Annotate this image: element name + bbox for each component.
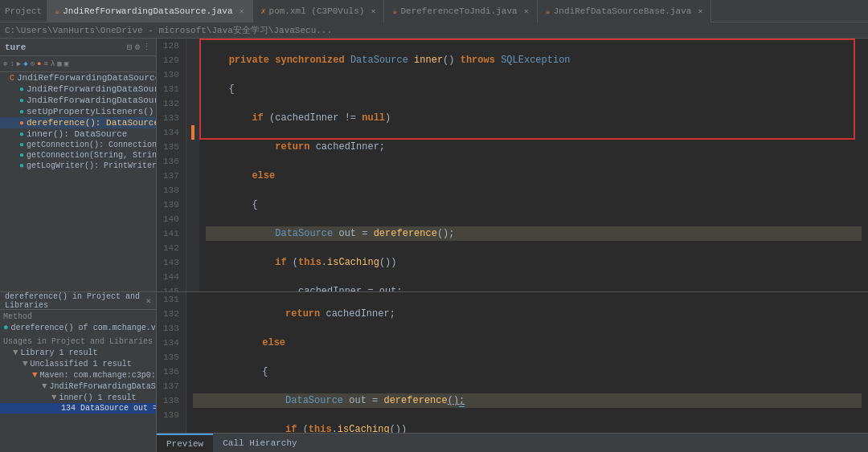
structure-toolbar: ⊕ ↕ ▶ ◆ ⊙ ● ≡ λ ▦ ▣ — [0, 56, 156, 72]
bottom-line-numbers: 131 132 133 134 135 136 137 138 139 — [157, 292, 186, 433]
code-area[interactable]: 128 129 130 131 132 133 134 135 136 137 … — [157, 39, 868, 291]
project-label: Project — [0, 0, 47, 22]
main-layout: ture ⊟ ⚙ ⋮ ⊕ ↕ ▶ ◆ ⊙ ● ≡ λ ▦ ▣ C JndiR — [0, 39, 868, 291]
class-icon: C — [10, 74, 14, 83]
bottom-line-131: return cachedInner; — [193, 307, 862, 321]
java-icon: ☕ — [546, 6, 551, 16]
active-line-label: 134 DataSource out = dereference(); — [61, 404, 156, 413]
item-label: JndiRefForwardingDataSource(boolean) — [27, 96, 156, 105]
java-icon: ☕ — [55, 6, 59, 16]
breadcrumb: C:\Users\VanHurts\OneDrive - microsoft\J… — [0, 22, 868, 39]
code-line-136: cachedInner = out; — [206, 284, 862, 291]
class-label: JndiRefForwardingDataSource 1 result — [50, 382, 156, 391]
tab-pom[interactable]: ✗ pom.xml (C3P0Vuls) ✕ — [253, 0, 385, 22]
code-line-131: return cachedInner; — [206, 140, 862, 154]
structure-item-getlog[interactable]: ● getLogWriter(): PrintWriter †CommonDat… — [0, 161, 156, 171]
toolbar-icon-5[interactable]: ⊙ — [31, 59, 35, 68]
maven-label: Maven: com.mchange:c3p0:0.9.5.2 1 result — [40, 371, 156, 380]
item-label: setUpPropertyListeners(): void — [27, 107, 156, 116]
more-icon[interactable]: ⋮ — [142, 42, 151, 52]
tab-label: DereferenceToJndi.java — [400, 6, 517, 16]
method-icon: ● — [19, 130, 24, 139]
code-line-130: if (cachedInner != null) — [206, 111, 862, 125]
bottom-line-135: if (this.isCaching()) — [193, 422, 862, 433]
tab-label: JndiRefDataSourceBase.java — [554, 6, 692, 16]
structure-item-setup[interactable]: ● setUpPropertyListeners(): void — [0, 106, 156, 117]
method-icon: ● — [19, 151, 24, 160]
code-line-129: { — [206, 82, 862, 96]
code-line-134: DataSource out = dereference(); — [206, 226, 862, 241]
toolbar-icon-3[interactable]: ▶ — [17, 59, 21, 68]
library-label: Library 1 result — [21, 348, 98, 357]
line-markers — [186, 39, 199, 291]
toolbar-icon-6[interactable]: ● — [37, 60, 41, 68]
item-label: getLogWriter(): PrintWriter †CommonDataS… — [27, 161, 156, 170]
method-icon: ● — [3, 323, 9, 332]
structure-item-inner[interactable]: ● inner(): DataSource — [0, 128, 156, 140]
settings-icon[interactable]: ⚙ — [134, 42, 140, 52]
method-icon: ● — [19, 108, 24, 116]
structure-item-getconn1[interactable]: ● getConnection(): Connection †DataSourc… — [0, 140, 156, 150]
tab-jndi-ref[interactable]: ☕ JndiRefForwardingDataSource.java ✕ — [47, 0, 252, 22]
tab-jndi-base[interactable]: ☕ JndiRefDataSourceBase.java ✕ — [538, 0, 712, 22]
bottom-left-panel: dereference() in Project and Libraries ✕… — [0, 292, 157, 452]
structure-panel-header: ture ⊟ ⚙ ⋮ — [0, 39, 156, 56]
structure-item-getconn2[interactable]: ● getConnection(String, String): Connect… — [0, 150, 156, 161]
usages-unclassified[interactable]: ▼ Unclassified 1 result — [0, 358, 156, 369]
tab-deref[interactable]: ☕ DereferenceToJndi.java ✕ — [384, 0, 537, 22]
window-title: Project — [5, 6, 42, 16]
item-label: inner(): DataSource — [27, 129, 127, 139]
usages-library[interactable]: ▼ Library 1 result — [0, 347, 156, 358]
bottom-tab-bar: Preview Call Hierarchy — [157, 433, 868, 452]
tab-call-hierarchy[interactable]: Call Hierarchy — [213, 434, 306, 453]
method-icon: ● — [19, 161, 24, 170]
code-content[interactable]: private synchronized DataSource inner() … — [199, 39, 868, 291]
bottom-code-content: return cachedInner; else { DataSource ou… — [186, 292, 868, 433]
close-icon[interactable]: ✕ — [371, 6, 375, 16]
code-editor-top: 128 129 130 131 132 133 134 135 136 137 … — [157, 39, 868, 291]
item-label: getConnection(String, String): Connectio… — [27, 151, 156, 160]
usages-maven[interactable]: ▼ Maven: com.mchange:c3p0:0.9.5.2 1 resu… — [0, 369, 156, 381]
structure-item-constructor2[interactable]: ● JndiRefForwardingDataSource(boolean) — [0, 95, 156, 106]
method-section-header: Method — [0, 312, 156, 322]
usages-section-header: Usages in Project and Libraries 1 result — [0, 336, 156, 347]
panel-toolbar: ⊟ ⚙ ⋮ — [127, 42, 151, 52]
bottom-line-133: { — [193, 364, 862, 379]
method-item[interactable]: ● dereference() of com.mchange.v2.c3p0.J… — [0, 322, 156, 333]
usages-inner[interactable]: ▼ inner() 1 result — [0, 392, 156, 403]
breadcrumb-text: C:\Users\VanHurts\OneDrive - microsoft\J… — [5, 24, 332, 36]
item-label: JndiRefForwardingDataSource — [17, 73, 156, 83]
close-icon[interactable]: ✕ — [698, 6, 702, 16]
toolbar-icon-9[interactable]: ▦ — [57, 59, 61, 68]
close-icon[interactable]: ✕ — [145, 295, 151, 306]
usages-content: Method ● dereference() of com.mchange.v2… — [0, 310, 156, 452]
bottom-code-area[interactable]: 131 132 133 134 135 136 137 138 139 retu… — [157, 292, 868, 433]
structure-item-class[interactable]: C JndiRefForwardingDataSource — [0, 72, 156, 83]
section-label: Usages in Project and Libraries 1 result — [3, 337, 156, 346]
code-line-132: else — [206, 169, 862, 183]
constructor-icon: ● — [19, 85, 24, 94]
close-icon[interactable]: ✕ — [524, 6, 529, 16]
structure-item-dereference[interactable]: ● dereference(): DataSource — [0, 117, 156, 128]
item-label: dereference(): DataSource — [27, 118, 156, 128]
toolbar-icon-1[interactable]: ⊕ — [3, 59, 7, 68]
toolbar-icon-4[interactable]: ◆ — [23, 59, 27, 68]
bottom-line-134: DataSource out = dereference(); — [193, 393, 862, 408]
bottom-right-panel: 131 132 133 134 135 136 137 138 139 retu… — [157, 292, 868, 452]
toolbar-icon-8[interactable]: λ — [51, 60, 55, 68]
code-line-135: if (this.isCaching()) — [206, 255, 862, 270]
method-label: dereference() of com.mchange.v2.c3p0.Jnd… — [11, 324, 156, 332]
filter-icon[interactable]: ⊟ — [127, 42, 133, 52]
usages-title: dereference() in Project and Libraries — [5, 292, 145, 310]
close-icon[interactable]: ✕ — [239, 6, 244, 16]
tab-preview[interactable]: Preview — [157, 434, 213, 453]
toolbar-icon-10[interactable]: ▣ — [64, 59, 68, 68]
toolbar-icon-2[interactable]: ↕ — [10, 60, 14, 68]
usages-active-line[interactable]: 134 DataSource out = dereference(); — [0, 403, 156, 413]
toolbar-icon-7[interactable]: ≡ — [44, 60, 48, 68]
usages-class[interactable]: ▼ JndiRefForwardingDataSource 1 result — [0, 381, 156, 392]
structure-item-constructor1[interactable]: ● JndiRefForwardingDataSource() — [0, 83, 156, 95]
maven-icon: ▼ — [32, 370, 38, 380]
tab-bar: Project ☕ JndiRefForwardingDataSource.ja… — [0, 0, 868, 22]
call-hierarchy-tab-label: Call Hierarchy — [223, 438, 297, 448]
